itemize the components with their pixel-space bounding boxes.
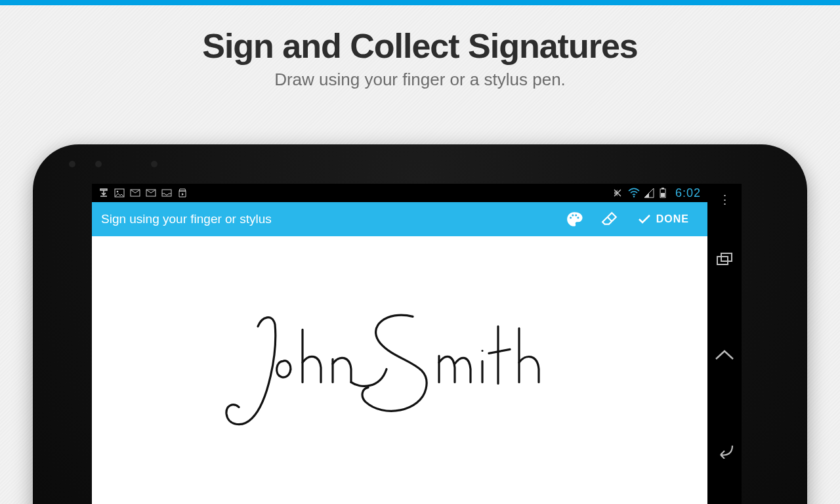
signal-icon: [644, 188, 656, 198]
signature-canvas[interactable]: [92, 236, 707, 504]
inbox-icon: [161, 188, 173, 198]
svg-point-12: [577, 217, 579, 219]
signature-drawing: [216, 290, 583, 434]
download-icon: [98, 188, 110, 198]
gallery-icon: [114, 188, 126, 198]
overflow-menu-button[interactable]: ⋮: [719, 198, 731, 202]
battery-icon: [660, 188, 671, 198]
phone-screen: 6:02 Sign using your finger or stylus DO…: [92, 184, 742, 504]
svg-point-1: [117, 191, 119, 193]
app-action-bar: Sign using your finger or stylus DONE: [92, 202, 707, 236]
svg-point-9: [570, 217, 572, 219]
svg-rect-7: [662, 188, 664, 189]
back-button[interactable]: [715, 443, 734, 461]
eraser-icon: [601, 211, 618, 228]
check-icon: [637, 211, 652, 227]
svg-rect-8: [661, 193, 665, 197]
eraser-button[interactable]: [592, 202, 627, 236]
done-button-label: DONE: [656, 213, 689, 225]
phone-frame: 6:02 Sign using your finger or stylus DO…: [33, 144, 807, 504]
action-bar-title: Sign using your finger or stylus: [101, 212, 556, 226]
done-button[interactable]: DONE: [627, 202, 698, 236]
palette-icon: [566, 211, 583, 228]
svg-point-5: [633, 196, 635, 197]
top-accent-bar: [0, 0, 840, 5]
mail-icon: [130, 188, 142, 198]
hero-subtitle: Draw using your finger or a stylus pen.: [0, 70, 840, 90]
play-store-icon: [177, 188, 189, 198]
svg-point-11: [575, 215, 577, 217]
svg-point-13: [482, 350, 484, 352]
color-palette-button[interactable]: [556, 202, 592, 236]
recent-apps-button[interactable]: [716, 253, 733, 270]
hero: Sign and Collect Signatures Draw using y…: [0, 5, 840, 90]
svg-point-10: [572, 215, 574, 217]
home-button[interactable]: [715, 348, 734, 364]
mail-icon: [146, 188, 158, 198]
hero-title: Sign and Collect Signatures: [0, 26, 840, 66]
android-status-bar: 6:02: [92, 184, 707, 202]
wifi-icon: [628, 188, 640, 198]
mute-icon: [612, 188, 624, 198]
status-time: 6:02: [675, 186, 701, 200]
android-nav-rail: ⋮: [707, 184, 742, 504]
